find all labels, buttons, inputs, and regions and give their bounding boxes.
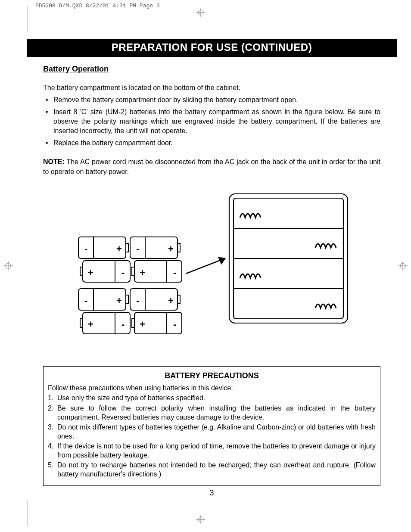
body-content: The battery compartment is located on th… — [43, 83, 380, 177]
list-item: If the device is not to be used for a lo… — [48, 442, 376, 460]
note-body: The AC power cord must be disconnected f… — [43, 158, 380, 175]
svg-text:-: - — [173, 319, 176, 330]
precautions-intro: Follow these precautions when using batt… — [48, 383, 376, 392]
svg-text:+: + — [116, 243, 122, 254]
precautions-list: Use only the size and type of batteries … — [48, 393, 376, 479]
list-item: Insert 8 'C' size (UM-2) batteries into … — [43, 107, 380, 136]
svg-rect-26 — [177, 243, 180, 252]
svg-rect-41 — [126, 295, 128, 304]
svg-text:+: + — [140, 319, 145, 330]
svg-text:+: + — [88, 319, 93, 330]
print-slug: PD5208 O/M.QXD 8/22/01 4:31 PM Page 3 — [35, 3, 160, 9]
bullet-list: Remove the battery compartment door by s… — [43, 95, 380, 148]
svg-text:-: - — [136, 295, 139, 306]
svg-text:-: - — [84, 295, 87, 306]
svg-rect-46 — [177, 295, 180, 304]
page-title: PREPARATION FOR USE (CONTINUED) — [27, 39, 397, 57]
list-item: Do not mix different types of batteries … — [48, 423, 376, 441]
svg-text:+: + — [140, 267, 145, 278]
note-label: NOTE: — [43, 158, 65, 165]
svg-text:-: - — [136, 243, 139, 254]
svg-marker-18 — [219, 258, 225, 264]
note-text: NOTE: The AC power cord must be disconne… — [43, 157, 380, 176]
list-item: Be sure to follow the correct polarity w… — [48, 404, 376, 422]
svg-text:-: - — [121, 319, 125, 330]
svg-text:+: + — [88, 267, 93, 278]
precautions-title: BATTERY PRECAUTIONS — [48, 371, 376, 381]
registration-mark-icon — [196, 515, 206, 524]
intro-text: The battery compartment is located on th… — [43, 83, 380, 93]
list-item: Do not try to recharge batteries not int… — [48, 460, 376, 479]
svg-text:-: - — [173, 267, 176, 278]
svg-rect-21 — [126, 243, 128, 252]
registration-mark-icon — [196, 8, 206, 17]
svg-rect-56 — [132, 319, 134, 327]
svg-line-17 — [186, 258, 225, 274]
list-item: Remove the battery compartment door by s… — [43, 95, 380, 105]
svg-rect-51 — [80, 319, 83, 327]
page-number: 3 — [27, 488, 397, 498]
registration-mark-icon — [398, 261, 408, 271]
svg-rect-31 — [80, 267, 83, 276]
svg-text:-: - — [84, 243, 87, 254]
crop-mark-icon — [19, 500, 28, 526]
precautions-box: BATTERY PRECAUTIONS Follow these precaut… — [43, 366, 380, 486]
list-item: Use only the size and type of batteries … — [48, 393, 376, 402]
registration-mark-icon — [3, 261, 13, 271]
svg-text:+: + — [168, 243, 174, 254]
svg-rect-36 — [132, 267, 134, 276]
page-content: PREPARATION FOR USE (CONTINUED) Battery … — [27, 39, 397, 498]
svg-text:+: + — [116, 295, 122, 306]
svg-text:+: + — [168, 295, 174, 306]
list-item: Replace the battery compartment door. — [43, 138, 380, 148]
battery-diagram: -+ -+ +- +- -+ — [74, 190, 350, 349]
section-heading: Battery Operation — [43, 65, 397, 74]
crop-mark-icon — [19, 6, 28, 32]
svg-text:-: - — [121, 267, 125, 278]
